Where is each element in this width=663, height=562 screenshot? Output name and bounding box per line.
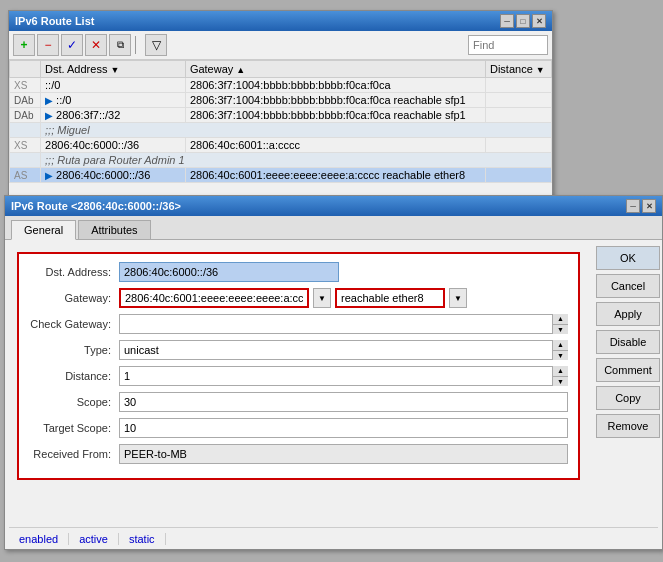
route-list-title: IPv6 Route List: [15, 15, 94, 27]
distance-scroll-up[interactable]: ▲: [553, 366, 568, 377]
gateway-row: Gateway: ▼ ▼: [29, 288, 568, 308]
row-dst: ::/0: [41, 78, 186, 93]
type-input[interactable]: [119, 340, 568, 360]
scroll-up-button[interactable]: ▲: [553, 314, 568, 325]
col-header-flag[interactable]: [10, 61, 41, 78]
status-enabled: enabled: [9, 533, 69, 545]
copy-toolbar-button[interactable]: ⧉: [109, 34, 131, 56]
detail-close-button[interactable]: ✕: [642, 199, 656, 213]
gateway-type-input[interactable]: [335, 288, 445, 308]
add-button[interactable]: +: [13, 34, 35, 56]
right-button-panel: OK Cancel Apply Disable Comment Copy Rem…: [592, 240, 662, 551]
table-row[interactable]: DAb ▶ ::/0 2806:3f7:1004:bbbb:bbbb:bbbb:…: [10, 93, 552, 108]
row-flag: DAb: [10, 108, 41, 123]
type-row: Type: ▲ ▼: [29, 340, 568, 360]
check-gateway-input[interactable]: [119, 314, 568, 334]
row-dst: 2806:40c:6000::/36: [41, 138, 186, 153]
search-input[interactable]: [468, 35, 548, 55]
route-detail-title-buttons: ─ ✕: [626, 199, 656, 213]
type-label: Type:: [29, 344, 119, 356]
copy-button[interactable]: Copy: [596, 386, 660, 410]
row-gw: 2806:40c:6001:eeee:eeee:eeee:a:cccc reac…: [185, 168, 485, 183]
route-list-title-buttons: ─ □ ✕: [500, 14, 546, 28]
remove-toolbar-button[interactable]: −: [37, 34, 59, 56]
received-from-input[interactable]: [119, 444, 568, 464]
minimize-button[interactable]: ─: [500, 14, 514, 28]
disable-button[interactable]: Disable: [596, 330, 660, 354]
received-from-row: Received From:: [29, 444, 568, 464]
table-row[interactable]: XS ::/0 2806:3f7:1004:bbbb:bbbb:bbbb:f0c…: [10, 78, 552, 93]
col-header-dst[interactable]: Dst. Address ▼: [41, 61, 186, 78]
row-flag: DAb: [10, 93, 41, 108]
table-row-selected[interactable]: AS ▶ 2806:40c:6000::/36 2806:40c:6001:ee…: [10, 168, 552, 183]
gateway-input-group: ▼ ▼: [119, 288, 568, 308]
status-bar: enabled active static: [9, 527, 658, 549]
form-outer: Dst. Address: Gateway: ▼ ▼ Check Gateway…: [5, 240, 592, 551]
check-gateway-label: Check Gateway:: [29, 318, 119, 330]
row-gw: 2806:40c:6001::a:cccc: [185, 138, 485, 153]
row-dist: [485, 93, 551, 108]
distance-scroll: ▲ ▼: [552, 366, 568, 386]
remove-button[interactable]: Remove: [596, 414, 660, 438]
gateway-input[interactable]: [119, 288, 309, 308]
dst-address-input[interactable]: [119, 262, 339, 282]
toolbar-separator: [135, 36, 141, 54]
row-dist: [485, 78, 551, 93]
row-dst: ▶ ::/0: [41, 93, 186, 108]
dst-address-label: Dst. Address:: [29, 266, 119, 278]
type-scroll: ▲ ▼: [552, 340, 568, 360]
status-active: active: [69, 533, 119, 545]
col-header-gw[interactable]: Gateway ▲: [185, 61, 485, 78]
distance-label: Distance:: [29, 370, 119, 382]
cancel-button[interactable]: Cancel: [596, 274, 660, 298]
route-list-toolbar: + − ✓ ✕ ⧉ ▽: [9, 31, 552, 60]
type-scroll-up[interactable]: ▲: [553, 340, 568, 351]
ok-button[interactable]: OK: [596, 246, 660, 270]
row-flag: XS: [10, 138, 41, 153]
row-gw: 2806:3f7:1004:bbbb:bbbb:bbbb:f0ca:f0ca: [185, 78, 485, 93]
row-dst: ▶ 2806:40c:6000::/36: [41, 168, 186, 183]
row-flag: AS: [10, 168, 41, 183]
filter-button[interactable]: ▽: [145, 34, 167, 56]
cross-button[interactable]: ✕: [85, 34, 107, 56]
route-detail-titlebar: IPv6 Route <2806:40c:6000::/36> ─ ✕: [5, 196, 662, 216]
type-scroll-down[interactable]: ▼: [553, 351, 568, 361]
comment-button[interactable]: Comment: [596, 358, 660, 382]
target-scope-label: Target Scope:: [29, 422, 119, 434]
table-row-comment: ;;; Ruta para Router Admin 1: [10, 153, 552, 168]
row-flag: [10, 123, 41, 138]
table-row[interactable]: DAb ▶ 2806:3f7::/32 2806:3f7:1004:bbbb:b…: [10, 108, 552, 123]
target-scope-input[interactable]: [119, 418, 568, 438]
apply-button[interactable]: Apply: [596, 302, 660, 326]
scope-input[interactable]: [119, 392, 568, 412]
distance-row: Distance: ▲ ▼: [29, 366, 568, 386]
route-list-window: IPv6 Route List ─ □ ✕ + − ✓ ✕ ⧉ ▽ Dst. A…: [8, 10, 553, 205]
gateway-dropdown-button[interactable]: ▼: [313, 288, 331, 308]
check-gateway-row: Check Gateway: ▲ ▼: [29, 314, 568, 334]
table-row[interactable]: XS 2806:40c:6000::/36 2806:40c:6001::a:c…: [10, 138, 552, 153]
col-header-dist[interactable]: Distance ▼: [485, 61, 551, 78]
gateway-type-dropdown-button[interactable]: ▼: [449, 288, 467, 308]
status-static: static: [119, 533, 166, 545]
check-button[interactable]: ✓: [61, 34, 83, 56]
row-dist: [485, 108, 551, 123]
distance-scroll-down[interactable]: ▼: [553, 377, 568, 387]
route-table: Dst. Address ▼ Gateway ▲ Distance ▼ XS :…: [9, 60, 552, 183]
maximize-button[interactable]: □: [516, 14, 530, 28]
tab-bar: General Attributes: [5, 216, 662, 240]
tab-general[interactable]: General: [11, 220, 76, 240]
tab-attributes[interactable]: Attributes: [78, 220, 150, 239]
distance-wrapper: ▲ ▼: [119, 366, 568, 386]
row-flag: [10, 153, 41, 168]
scope-label: Scope:: [29, 396, 119, 408]
gateway-label: Gateway:: [29, 292, 119, 304]
close-button[interactable]: ✕: [532, 14, 546, 28]
dst-address-row: Dst. Address:: [29, 262, 568, 282]
detail-minimize-button[interactable]: ─: [626, 199, 640, 213]
distance-input[interactable]: [119, 366, 568, 386]
row-dist: [485, 138, 551, 153]
check-gateway-scroll: ▲ ▼: [552, 314, 568, 334]
row-comment: ;;; Miguel: [41, 123, 552, 138]
scroll-down-button[interactable]: ▼: [553, 325, 568, 335]
type-wrapper: ▲ ▼: [119, 340, 568, 360]
